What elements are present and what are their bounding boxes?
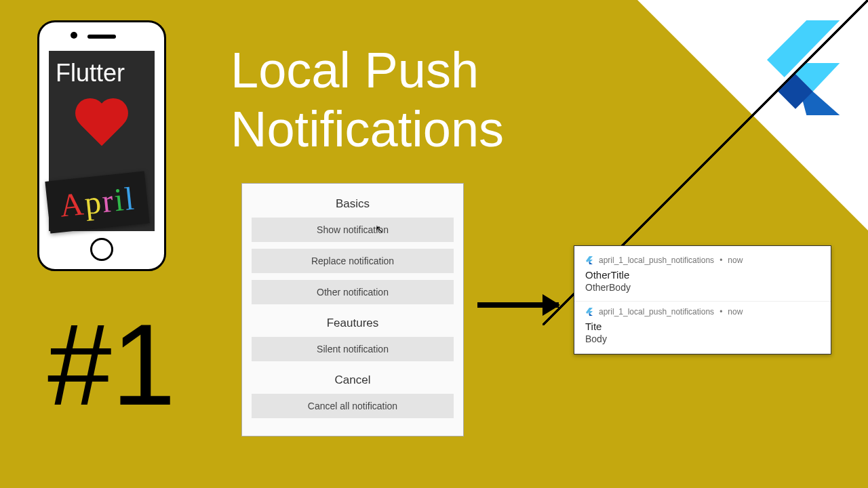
notification-header: april_1_local_push_notifications • now	[585, 307, 820, 317]
flutter-logo-icon	[760, 20, 841, 115]
month-tag: April	[45, 171, 150, 234]
phone-home-button	[90, 238, 113, 261]
main-title: Local Push Notifications	[231, 41, 504, 159]
notification-time: now	[728, 307, 743, 317]
title-line-2: Notifications	[231, 100, 504, 159]
heart-icon	[75, 100, 129, 148]
thumbnail-stage: Local Push Notifications #1 Flutter Apri…	[0, 0, 868, 488]
section-heading-basics: Basics	[252, 197, 454, 211]
notification-app-name: april_1_local_push_notifications	[599, 256, 714, 265]
notification-item[interactable]: april_1_local_push_notifications • now T…	[574, 302, 831, 352]
notification-time: now	[728, 256, 743, 265]
phone-mockup: Flutter	[37, 20, 166, 271]
notification-title: OtherTitle	[585, 269, 820, 281]
notification-header: april_1_local_push_notifications • now	[585, 256, 820, 265]
episode-number: #1	[47, 298, 176, 431]
flutter-mini-icon	[585, 308, 593, 316]
title-line-1: Local Push	[231, 41, 504, 100]
arrow-icon	[477, 302, 559, 308]
cancel-all-notification-button[interactable]: Cancel all notification	[252, 394, 454, 418]
section-heading-features: Feautures	[252, 317, 454, 330]
phone-brand-word: Flutter	[49, 51, 155, 87]
notification-item[interactable]: april_1_local_push_notifications • now O…	[574, 250, 831, 302]
show-notification-button[interactable]: Show notification	[252, 218, 454, 242]
notification-body: Body	[585, 333, 820, 344]
replace-notification-button[interactable]: Replace notification	[252, 249, 454, 273]
notification-body: OtherBody	[585, 282, 820, 293]
other-notification-button[interactable]: Other notification	[252, 280, 454, 304]
phone-camera-dot	[71, 32, 77, 39]
demo-app-panel: Basics Show notification Replace notific…	[241, 183, 464, 436]
phone-speaker	[87, 35, 116, 39]
section-heading-cancel: Cancel	[252, 373, 454, 387]
notification-app-name: april_1_local_push_notifications	[599, 307, 714, 317]
flutter-mini-icon	[585, 256, 593, 264]
notification-title: Tite	[585, 321, 820, 332]
notification-shade: april_1_local_push_notifications • now O…	[574, 245, 831, 354]
silent-notification-button[interactable]: Silent notification	[252, 337, 454, 361]
